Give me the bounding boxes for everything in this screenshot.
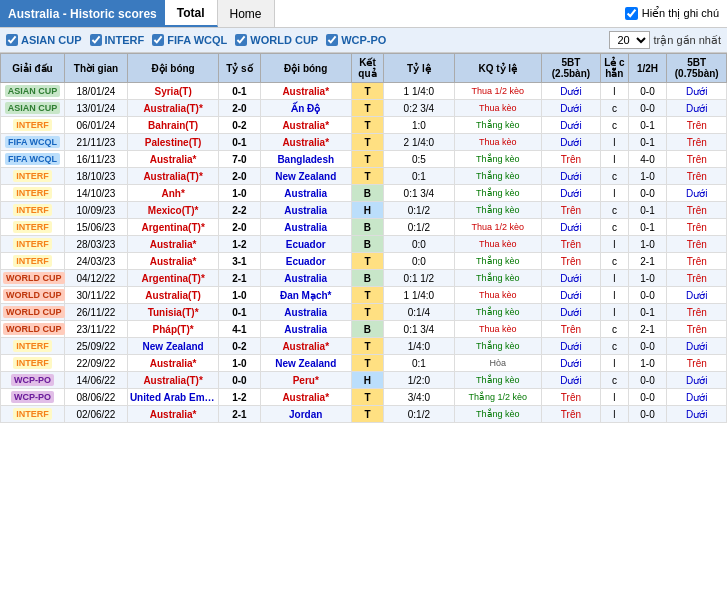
kq-ratio-cell: Thắng kèo bbox=[454, 185, 541, 202]
bt5-0-75-cell: Trên bbox=[667, 151, 727, 168]
team2-cell: Ecuador bbox=[260, 236, 351, 253]
score-cell: 2-1 bbox=[219, 270, 260, 287]
tab-total[interactable]: Total bbox=[165, 0, 218, 27]
filter-wcp-po-checkbox[interactable] bbox=[326, 34, 338, 46]
filter-asian-cup-label: ASIAN CUP bbox=[21, 34, 82, 46]
team2-cell: Ecuador bbox=[260, 253, 351, 270]
data-table: Giải đấu Thời gian Đội bóng Tỷ số Đội bó… bbox=[0, 53, 727, 423]
team2-cell: Australia bbox=[260, 270, 351, 287]
le-chan-cell: c bbox=[601, 117, 628, 134]
team2-cell: Australia bbox=[260, 304, 351, 321]
date-cell: 22/09/22 bbox=[65, 355, 128, 372]
team1-cell: Australia(T)* bbox=[127, 372, 218, 389]
bt5-0-75-cell: Dưới bbox=[667, 389, 727, 406]
le-chan-cell: l bbox=[601, 355, 628, 372]
result-cell: H bbox=[351, 372, 383, 389]
bt5-2-5-cell: Dưới bbox=[541, 287, 600, 304]
team2-cell: Australia* bbox=[260, 83, 351, 100]
le-chan-cell: c bbox=[601, 168, 628, 185]
date-cell: 16/11/23 bbox=[65, 151, 128, 168]
filter-asian-cup-checkbox[interactable] bbox=[6, 34, 18, 46]
bt5-0-75-cell: Dưới bbox=[667, 406, 727, 423]
show-notes-checkbox[interactable] bbox=[625, 7, 638, 20]
score-cell: 2-2 bbox=[219, 202, 260, 219]
recent-select[interactable]: 20 10 30 bbox=[609, 31, 650, 49]
table-row: WORLD CUP30/11/22Australia(T)1-0Đan Mạch… bbox=[1, 287, 727, 304]
col-le-chan: Lẻ c hẵn bbox=[601, 54, 628, 83]
half-cell: 0-0 bbox=[628, 406, 667, 423]
filter-interf-checkbox[interactable] bbox=[90, 34, 102, 46]
date-cell: 24/03/23 bbox=[65, 253, 128, 270]
col-half: 1/2H bbox=[628, 54, 667, 83]
date-cell: 18/01/24 bbox=[65, 83, 128, 100]
team1-cell: New Zealand bbox=[127, 338, 218, 355]
score-cell: 4-1 bbox=[219, 321, 260, 338]
kq-ratio-cell: Thua kèo bbox=[454, 321, 541, 338]
bt5-0-75-cell: Trên bbox=[667, 321, 727, 338]
bt5-2-5-cell: Trên bbox=[541, 253, 600, 270]
half-cell: 0-0 bbox=[628, 372, 667, 389]
filter-interf[interactable]: INTERF bbox=[90, 34, 145, 46]
team2-cell: Bangladesh bbox=[260, 151, 351, 168]
score-cell: 2-1 bbox=[219, 406, 260, 423]
ratio-cell: 0:1/2 bbox=[383, 202, 454, 219]
team2-cell: Australia* bbox=[260, 134, 351, 151]
result-cell: T bbox=[351, 151, 383, 168]
le-chan-cell: l bbox=[601, 83, 628, 100]
score-cell: 0-0 bbox=[219, 372, 260, 389]
ratio-cell: 0:2 3/4 bbox=[383, 100, 454, 117]
team2-cell: New Zealand bbox=[260, 355, 351, 372]
bt5-0-75-cell: Trên bbox=[667, 134, 727, 151]
half-cell: 2-1 bbox=[628, 321, 667, 338]
filter-world-cup-label: WORLD CUP bbox=[250, 34, 318, 46]
bt5-2-5-cell: Dưới bbox=[541, 117, 600, 134]
tab-home[interactable]: Home bbox=[218, 0, 275, 27]
kq-ratio-cell: Thắng kèo bbox=[454, 202, 541, 219]
bt5-2-5-cell: Trên bbox=[541, 389, 600, 406]
col-team1: Đội bóng bbox=[127, 54, 218, 83]
date-cell: 15/06/23 bbox=[65, 219, 128, 236]
filter-fifa-wcql[interactable]: FIFA WCQL bbox=[152, 34, 227, 46]
filter-world-cup-checkbox[interactable] bbox=[235, 34, 247, 46]
half-cell: 0-1 bbox=[628, 134, 667, 151]
recent-label: trận gần nhất bbox=[654, 34, 721, 46]
le-chan-cell: l bbox=[601, 304, 628, 321]
ratio-cell: 3/4:0 bbox=[383, 389, 454, 406]
filter-world-cup[interactable]: WORLD CUP bbox=[235, 34, 318, 46]
team1-cell: Australia(T)* bbox=[127, 168, 218, 185]
ratio-cell: 1 1/4:0 bbox=[383, 287, 454, 304]
team2-cell: Australia bbox=[260, 321, 351, 338]
kq-ratio-cell: Thua kèo bbox=[454, 236, 541, 253]
bt5-2-5-cell: Trên bbox=[541, 321, 600, 338]
competition-cell: WORLD CUP bbox=[1, 270, 65, 287]
bt5-2-5-cell: Dưới bbox=[541, 270, 600, 287]
bt5-0-75-cell: Dưới bbox=[667, 100, 727, 117]
half-cell: 0-0 bbox=[628, 185, 667, 202]
competition-cell: ASIAN CUP bbox=[1, 83, 65, 100]
table-row: INTERF02/06/22Australia*2-1JordanT0:1/2T… bbox=[1, 406, 727, 423]
competition-cell: WCP-PO bbox=[1, 372, 65, 389]
filter-wcp-po[interactable]: WCP-PO bbox=[326, 34, 386, 46]
result-cell: T bbox=[351, 117, 383, 134]
kq-ratio-cell: Thua kèo bbox=[454, 134, 541, 151]
half-cell: 0-0 bbox=[628, 83, 667, 100]
le-chan-cell: c bbox=[601, 338, 628, 355]
filter-fifa-wcql-checkbox[interactable] bbox=[152, 34, 164, 46]
result-cell: T bbox=[351, 389, 383, 406]
le-chan-cell: l bbox=[601, 185, 628, 202]
team1-cell: Australia* bbox=[127, 355, 218, 372]
filter-asian-cup[interactable]: ASIAN CUP bbox=[6, 34, 82, 46]
filter-fifa-wcql-label: FIFA WCQL bbox=[167, 34, 227, 46]
result-cell: T bbox=[351, 287, 383, 304]
table-row: INTERF24/03/23Australia*3-1EcuadorT0:0Th… bbox=[1, 253, 727, 270]
team1-cell: Australia* bbox=[127, 236, 218, 253]
col-date: Thời gian bbox=[65, 54, 128, 83]
competition-cell: WORLD CUP bbox=[1, 304, 65, 321]
kq-ratio-cell: Thua kèo bbox=[454, 287, 541, 304]
table-row: INTERF28/03/23Australia*1-2EcuadorB0:0Th… bbox=[1, 236, 727, 253]
competition-cell: INTERF bbox=[1, 185, 65, 202]
header-bar: Australia - Historic scores Total Home H… bbox=[0, 0, 727, 28]
bt5-0-75-cell: Trên bbox=[667, 219, 727, 236]
col-bt5-2-5: 5BT (2.5bàn) bbox=[541, 54, 600, 83]
table-row: INTERF06/01/24Bahrain(T)0-2Australia*T1:… bbox=[1, 117, 727, 134]
